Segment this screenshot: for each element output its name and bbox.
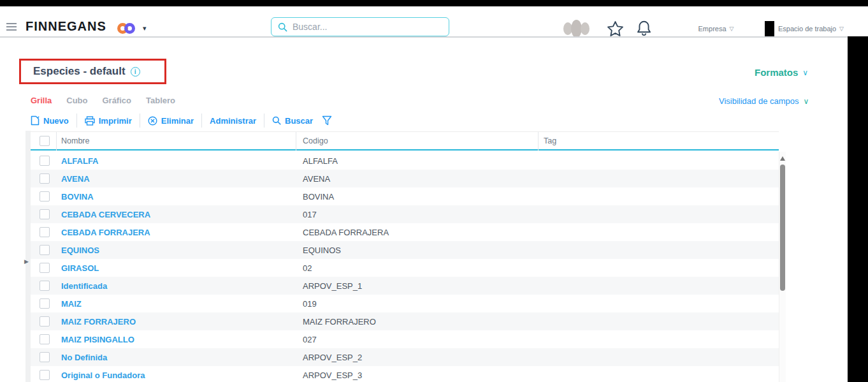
table-row[interactable]: MAIZ 019: [31, 295, 779, 312]
info-icon[interactable]: i: [131, 67, 140, 77]
row-codigo: ARPOV_ESP_3: [303, 371, 362, 380]
nuevo-label: Nuevo: [43, 116, 69, 126]
star-icon[interactable]: [607, 20, 624, 37]
row-nombre-link[interactable]: MAIZ FORRAJERO: [61, 317, 136, 327]
filter-button[interactable]: [321, 115, 340, 126]
table-header: Nombre Codigo Tag: [31, 131, 779, 151]
empresa-label: Empresa: [698, 25, 727, 33]
row-codigo: 02: [303, 263, 312, 273]
scrollbar-thumb[interactable]: [780, 165, 785, 291]
tab-tablero[interactable]: Tablero: [146, 96, 175, 105]
row-codigo: ARPOV_ESP_2: [303, 353, 362, 362]
row-nombre-link[interactable]: MAIZ: [61, 299, 82, 309]
row-codigo: CEBADA FORRAJERA: [303, 228, 389, 237]
panel-expand-handle[interactable]: ▶: [24, 257, 29, 267]
chevron-down-icon: ▽: [839, 26, 844, 32]
row-checkbox[interactable]: [40, 209, 50, 219]
row-nombre-link[interactable]: GIRASOL: [61, 263, 99, 273]
table-row[interactable]: CEBADA FORRAJERA CEBADA FORRAJERA: [31, 223, 779, 241]
chevron-down-icon: ∨: [804, 97, 809, 106]
search-icon: [272, 116, 281, 125]
tab-grafico[interactable]: Gráfico: [102, 96, 131, 105]
column-header-codigo[interactable]: Codigo: [303, 136, 328, 145]
table-row[interactable]: MAIZ PISINGALLO 027: [31, 330, 779, 348]
tab-grilla[interactable]: Grilla: [31, 96, 52, 105]
row-nombre-link[interactable]: AVENA: [61, 174, 90, 184]
workspace-dropdown[interactable]: Espacio de trabajo ▽: [774, 21, 848, 36]
row-nombre-link[interactable]: Identificada: [61, 281, 107, 291]
table-row[interactable]: BOVINA BOVINA: [31, 187, 779, 205]
table-row[interactable]: Identificada ARPOV_ESP_1: [31, 277, 779, 295]
row-codigo: MAIZ FORRAJERO: [303, 317, 376, 327]
header-black-gap: [765, 21, 774, 36]
imprimir-label: Imprimir: [99, 116, 132, 126]
row-checkbox[interactable]: [40, 298, 50, 309]
row-codigo: 027: [303, 335, 317, 344]
column-header-nombre[interactable]: Nombre: [61, 136, 89, 145]
row-checkbox[interactable]: [40, 156, 50, 166]
table-body: ALFALFA ALFALFA AVENA AVENA BOVINA BOVIN…: [31, 152, 779, 382]
table-row[interactable]: GIRASOL 02: [31, 259, 779, 277]
table-row[interactable]: AVENA AVENA: [31, 170, 779, 187]
view-tabs: Grilla Cubo Gráfico Tablero: [31, 96, 175, 105]
table-row[interactable]: EQUINOS EQUINOS: [31, 241, 779, 259]
row-checkbox[interactable]: [40, 334, 50, 344]
row-nombre-link[interactable]: Original o Fundadora: [61, 371, 145, 380]
search-placeholder: Buscar...: [293, 22, 327, 32]
collapsed-side-panel: [25, 131, 31, 382]
row-checkbox[interactable]: [40, 281, 50, 291]
row-nombre-link[interactable]: MAIZ PISINGALLO: [61, 335, 134, 344]
table-row[interactable]: CEBADA CERVECERA 017: [31, 205, 779, 223]
nuevo-button[interactable]: Nuevo: [31, 115, 76, 126]
empresa-dropdown[interactable]: Empresa ▽: [667, 21, 765, 36]
row-checkbox[interactable]: [40, 173, 50, 184]
row-checkbox[interactable]: [40, 352, 50, 362]
imprimir-button[interactable]: Imprimir: [77, 116, 140, 126]
buscar-button[interactable]: Buscar: [264, 116, 321, 126]
formatos-dropdown[interactable]: Formatos ∨: [755, 67, 808, 78]
right-black-column: [848, 0, 868, 382]
row-checkbox[interactable]: [40, 227, 50, 237]
field-visibility-dropdown[interactable]: Visibilidad de campos ∨: [719, 96, 809, 106]
row-checkbox[interactable]: [40, 370, 50, 380]
row-checkbox[interactable]: [40, 263, 50, 273]
brand-dropdown-caret-icon[interactable]: ▾: [143, 24, 147, 33]
row-codigo: ARPOV_ESP_1: [303, 281, 362, 291]
row-checkbox[interactable]: [40, 316, 50, 327]
row-nombre-link[interactable]: CEBADA FORRAJERA: [61, 228, 150, 237]
row-nombre-link[interactable]: BOVINA: [61, 192, 94, 202]
chevron-down-icon: ∨: [802, 68, 808, 77]
bell-icon[interactable]: [636, 20, 652, 38]
row-codigo: EQUINOS: [303, 246, 341, 255]
row-nombre-link[interactable]: CEBADA CERVECERA: [61, 210, 150, 219]
vertical-scrollbar[interactable]: [779, 152, 786, 382]
row-checkbox[interactable]: [40, 191, 50, 202]
row-nombre-link[interactable]: No Definida: [61, 353, 107, 362]
table-row[interactable]: ALFALFA ALFALFA: [31, 152, 779, 170]
row-codigo: 017: [303, 210, 317, 219]
eliminar-label: Eliminar: [161, 116, 194, 126]
row-checkbox[interactable]: [40, 245, 50, 255]
row-codigo: 019: [303, 299, 317, 309]
row-nombre-link[interactable]: ALFALFA: [61, 156, 99, 166]
table-row[interactable]: Original o Fundadora ARPOV_ESP_3: [31, 366, 779, 382]
hamburger-menu-icon[interactable]: [6, 23, 17, 31]
select-all-checkbox[interactable]: [40, 136, 50, 146]
eliminar-button[interactable]: Eliminar: [140, 116, 201, 126]
infinity-logo-icon: [117, 23, 139, 34]
apps-blob-icon[interactable]: [563, 20, 590, 38]
row-nombre-link[interactable]: EQUINOS: [61, 246, 99, 255]
tab-cubo[interactable]: Cubo: [66, 96, 87, 105]
scrollbar-up-arrow-icon[interactable]: [779, 156, 786, 161]
administrar-button[interactable]: Administrar: [202, 116, 264, 126]
row-codigo: ALFALFA: [303, 156, 338, 166]
column-header-tag[interactable]: Tag: [544, 136, 556, 145]
global-search-input[interactable]: Buscar...: [271, 17, 449, 36]
table-row[interactable]: No Definida ARPOV_ESP_2: [31, 348, 779, 366]
table-row[interactable]: MAIZ FORRAJERO MAIZ FORRAJERO: [31, 312, 779, 330]
grid-toolbar: Nuevo Imprimir Eliminar Administrar Busc…: [31, 113, 340, 128]
administrar-label: Administrar: [210, 116, 256, 126]
row-codigo: AVENA: [303, 174, 330, 184]
new-document-icon: [31, 115, 40, 126]
delete-circle-icon: [148, 116, 157, 126]
